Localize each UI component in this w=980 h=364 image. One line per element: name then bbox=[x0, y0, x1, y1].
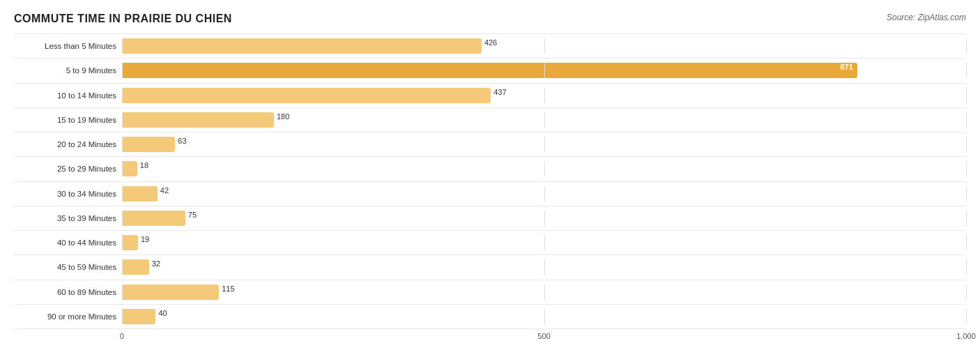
bar-value-label: 75 bbox=[188, 211, 197, 219]
bar-label: 25 to 29 Minutes bbox=[14, 165, 122, 173]
grid-line bbox=[966, 88, 967, 103]
bars-area: Less than 5 Minutes4265 to 9 Minutes8711… bbox=[14, 33, 966, 329]
grid-line bbox=[544, 137, 545, 152]
bar-label: 60 to 89 Minutes bbox=[14, 288, 122, 296]
bar-fill: 75 bbox=[122, 211, 185, 226]
bar-row: 35 to 39 Minutes75 bbox=[14, 206, 966, 230]
bar-fill: 42 bbox=[122, 186, 158, 202]
grid-line bbox=[966, 112, 967, 128]
bar-fill: 32 bbox=[122, 259, 149, 275]
bar-value-label: 115 bbox=[222, 285, 234, 293]
bar-fill: 19 bbox=[122, 235, 138, 250]
grid-line bbox=[966, 309, 967, 324]
chart-source: Source: ZipAtlas.com bbox=[887, 13, 966, 22]
grid-line bbox=[966, 235, 967, 250]
grid-line bbox=[966, 137, 967, 152]
grid-line bbox=[544, 38, 545, 54]
bar-track: 18 bbox=[122, 161, 966, 176]
bar-label: 35 to 39 Minutes bbox=[14, 214, 122, 222]
bar-track: 19 bbox=[122, 235, 966, 250]
chart-container: COMMUTE TIME IN PRAIRIE DU CHIEN Source:… bbox=[0, 0, 980, 364]
bar-fill: 426 bbox=[122, 38, 482, 54]
grid-line bbox=[966, 285, 967, 300]
chart-body: Less than 5 Minutes4265 to 9 Minutes8711… bbox=[14, 33, 966, 343]
bar-value-label: 63 bbox=[178, 137, 186, 145]
x-axis-tick: 500 bbox=[537, 332, 550, 340]
grid-line bbox=[544, 211, 545, 226]
bar-fill: 18 bbox=[122, 161, 137, 176]
bar-label: 90 or more Minutes bbox=[14, 312, 122, 321]
bar-track: 40 bbox=[122, 309, 966, 324]
bar-track: 871 bbox=[122, 63, 966, 78]
bar-value-label: 19 bbox=[141, 235, 149, 243]
bar-fill: 871 bbox=[122, 63, 857, 78]
bar-row: Less than 5 Minutes426 bbox=[14, 33, 966, 58]
grid-line bbox=[544, 88, 545, 103]
bar-fill: 63 bbox=[122, 137, 175, 152]
bar-label: 30 to 34 Minutes bbox=[14, 190, 122, 198]
grid-line bbox=[966, 63, 967, 78]
bar-track: 437 bbox=[122, 88, 966, 103]
bar-row: 25 to 29 Minutes18 bbox=[14, 156, 966, 181]
bar-track: 63 bbox=[122, 137, 966, 152]
bar-fill: 40 bbox=[122, 309, 155, 324]
bar-track: 426 bbox=[122, 38, 966, 54]
bar-fill: 437 bbox=[122, 88, 491, 103]
bar-label: 10 to 14 Minutes bbox=[14, 91, 122, 100]
chart-title: COMMUTE TIME IN PRAIRIE DU CHIEN bbox=[14, 13, 232, 25]
grid-line bbox=[966, 38, 967, 54]
bar-row: 5 to 9 Minutes871 bbox=[14, 58, 966, 82]
bar-fill: 115 bbox=[122, 285, 219, 300]
grid-line bbox=[966, 211, 967, 226]
bar-row: 15 to 19 Minutes180 bbox=[14, 107, 966, 132]
bar-row: 45 to 59 Minutes32 bbox=[14, 255, 966, 279]
bar-track: 75 bbox=[122, 211, 966, 226]
bar-track: 32 bbox=[122, 259, 966, 275]
grid-line bbox=[544, 161, 545, 176]
bar-label: 45 to 59 Minutes bbox=[14, 263, 122, 271]
bar-value-label: 40 bbox=[158, 309, 167, 317]
grid-line bbox=[544, 309, 545, 324]
bar-value-label: 32 bbox=[152, 259, 160, 268]
bar-value-label: 18 bbox=[140, 161, 148, 169]
bar-track: 115 bbox=[122, 285, 966, 300]
grid-line bbox=[544, 235, 545, 250]
grid-line bbox=[544, 285, 545, 300]
x-axis: 05001,000 bbox=[122, 329, 966, 343]
bar-value-label: 426 bbox=[484, 38, 497, 47]
grid-line bbox=[966, 161, 967, 176]
x-axis-tick: 1,000 bbox=[956, 332, 976, 340]
grid-line bbox=[544, 259, 545, 275]
bar-value-label: 871 bbox=[840, 63, 852, 71]
bar-label: 15 to 19 Minutes bbox=[14, 116, 122, 124]
x-axis-tick: 0 bbox=[120, 332, 124, 340]
chart-header: COMMUTE TIME IN PRAIRIE DU CHIEN Source:… bbox=[14, 13, 966, 25]
bar-row: 10 to 14 Minutes437 bbox=[14, 83, 966, 107]
grid-line bbox=[544, 112, 545, 128]
bar-fill: 180 bbox=[122, 112, 274, 128]
bar-row: 40 to 44 Minutes19 bbox=[14, 230, 966, 255]
grid-line bbox=[966, 259, 967, 275]
bar-label: 5 to 9 Minutes bbox=[14, 66, 122, 75]
bar-value-label: 180 bbox=[277, 112, 289, 121]
bar-label: Less than 5 Minutes bbox=[14, 42, 122, 50]
bar-row: 30 to 34 Minutes42 bbox=[14, 181, 966, 206]
bar-label: 20 to 24 Minutes bbox=[14, 140, 122, 149]
bar-track: 180 bbox=[122, 112, 966, 128]
bar-value-label: 42 bbox=[160, 186, 169, 195]
bar-track: 42 bbox=[122, 186, 966, 202]
bar-value-label: 437 bbox=[493, 88, 506, 96]
bar-row: 20 to 24 Minutes63 bbox=[14, 132, 966, 156]
grid-line bbox=[966, 186, 967, 202]
bar-row: 60 to 89 Minutes115 bbox=[14, 280, 966, 304]
grid-line bbox=[544, 186, 545, 202]
bar-label: 40 to 44 Minutes bbox=[14, 238, 122, 247]
bar-row: 90 or more Minutes40 bbox=[14, 304, 966, 329]
